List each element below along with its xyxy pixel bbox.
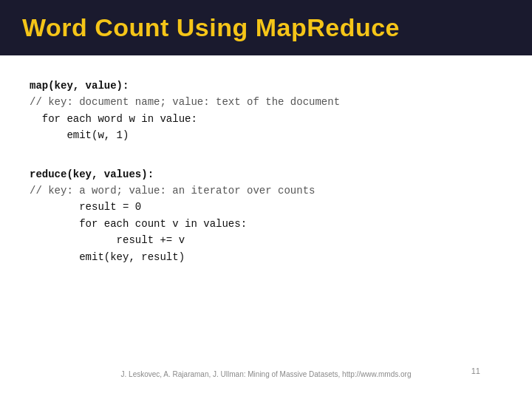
- reduce-line-4: for each count v in values:: [30, 216, 502, 232]
- citation-text: J. Leskovec, A. Rajaraman, J. Ullman: Mi…: [121, 370, 412, 378]
- reduce-line-1: reduce(key, values):: [30, 166, 502, 183]
- page-number: 11: [471, 366, 480, 375]
- map-code-block: map(key, value): // key: document name; …: [30, 78, 502, 144]
- content-area: map(key, value): // key: document name; …: [0, 55, 532, 399]
- reduce-line-6: emit(key, result): [30, 249, 502, 265]
- slide-title: Word Count Using MapReduce: [22, 13, 400, 42]
- reduce-line-3: result = 0: [30, 199, 502, 215]
- map-line-2: // key: document name; value: text of th…: [30, 94, 502, 110]
- reduce-code-block: reduce(key, values): // key: a word; val…: [30, 166, 502, 265]
- map-line-1: map(key, value):: [30, 78, 502, 94]
- map-line-3: for each word w in value:: [30, 111, 502, 127]
- slide-container: Word Count Using MapReduce map(key, valu…: [0, 0, 532, 399]
- reduce-line-2: // key: a word; value: an iterator over …: [30, 183, 502, 199]
- footer-citation: J. Leskovec, A. Rajaraman, J. Ullman: Mi…: [30, 364, 502, 384]
- reduce-line-5: result += v: [30, 232, 502, 248]
- map-line-4: emit(w, 1): [30, 127, 502, 143]
- title-bar: Word Count Using MapReduce: [0, 0, 532, 55]
- code-section: map(key, value): // key: document name; …: [30, 78, 502, 273]
